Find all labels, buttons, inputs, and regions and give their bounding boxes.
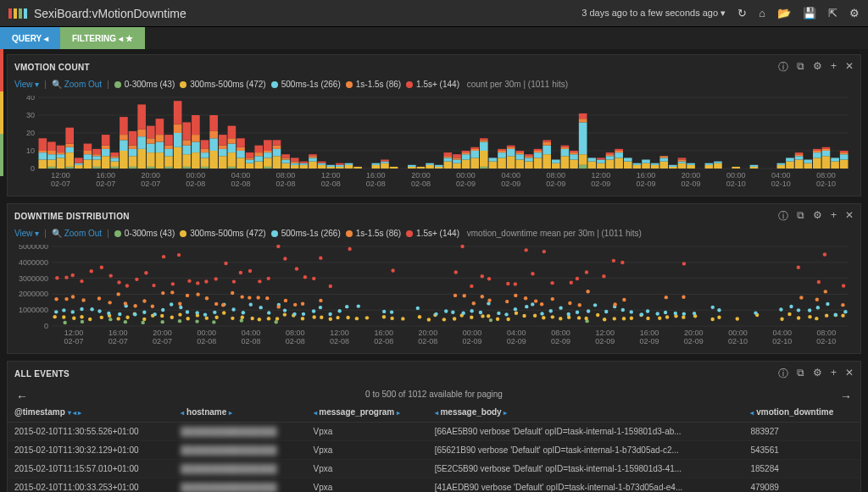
gear-icon[interactable]: ⚙ xyxy=(813,209,822,224)
table-row[interactable]: 2015-02-10T11:30:55.526+01:00 ██████████… xyxy=(8,423,860,441)
export-icon[interactable]: ⇱ xyxy=(828,7,837,19)
table-row[interactable]: 2015-02-10T11:15:57.010+01:00 ██████████… xyxy=(8,460,860,478)
svg-rect-90 xyxy=(201,158,209,167)
svg-rect-94 xyxy=(209,151,218,169)
svg-point-472 xyxy=(319,256,322,259)
svg-point-400 xyxy=(171,282,175,285)
svg-point-544 xyxy=(559,317,562,320)
legend-item[interactable]: 300ms-500ms (472) xyxy=(180,229,265,238)
time-range-picker[interactable]: 3 days ago to a few seconds ago ▾ xyxy=(581,8,726,19)
svg-text:08:00: 08:00 xyxy=(276,171,296,180)
svg-text:20:00: 20:00 xyxy=(682,171,701,180)
legend-item[interactable]: 1.5s+ (144) xyxy=(406,80,459,89)
folder-open-icon[interactable]: 📂 xyxy=(777,7,791,19)
page-prev-icon[interactable]: ← xyxy=(16,390,28,403)
legend-item[interactable]: 1s-1.5s (86) xyxy=(346,229,401,238)
svg-point-538 xyxy=(540,302,543,306)
close-icon[interactable]: ✕ xyxy=(845,60,854,75)
svg-rect-131 xyxy=(281,154,290,158)
copy-icon[interactable]: ⧉ xyxy=(797,60,804,75)
svg-rect-255 xyxy=(678,163,687,169)
page-next-icon[interactable]: → xyxy=(840,390,852,403)
svg-rect-138 xyxy=(300,162,309,163)
vmotion-count-chart[interactable]: 01020304012:0002-0716:0002-0720:0002-070… xyxy=(14,96,854,189)
svg-point-424 xyxy=(222,311,225,314)
svg-point-581 xyxy=(664,311,667,314)
svg-point-389 xyxy=(153,312,156,316)
svg-rect-161 xyxy=(408,165,416,167)
legend-item[interactable]: 300ms-500ms (472) xyxy=(180,80,265,89)
svg-rect-288 xyxy=(840,160,849,169)
svg-text:20:00: 20:00 xyxy=(153,329,172,337)
table-row[interactable]: 2015-02-10T11:00:33.253+01:00 ██████████… xyxy=(8,478,860,493)
svg-point-465 xyxy=(303,275,307,279)
svg-point-377 xyxy=(124,301,127,305)
legend-item[interactable]: 500ms-1s (266) xyxy=(271,80,341,89)
plus-icon[interactable]: + xyxy=(831,367,837,381)
view-link[interactable]: View ▾ xyxy=(14,80,39,89)
table-row[interactable]: 2015-02-10T11:30:32.129+01:00 ██████████… xyxy=(8,441,860,460)
zoom-out-link[interactable]: 🔍 Zoom Out xyxy=(52,80,102,89)
home-icon[interactable]: ⌂ xyxy=(759,7,765,19)
svg-rect-35 xyxy=(92,167,101,169)
svg-point-415 xyxy=(205,316,209,319)
copy-icon[interactable]: ⧉ xyxy=(797,209,804,224)
svg-text:02-08: 02-08 xyxy=(241,337,260,346)
svg-text:04:00: 04:00 xyxy=(771,171,791,180)
svg-rect-276 xyxy=(804,163,812,169)
legend-item[interactable]: 500ms-1s (266) xyxy=(271,229,341,238)
svg-point-534 xyxy=(534,299,537,302)
legend-item[interactable]: 1.5s+ (144) xyxy=(406,229,459,238)
info-icon[interactable]: ⓘ xyxy=(778,60,788,75)
svg-point-613 xyxy=(826,302,829,306)
col-program[interactable]: ◂ message_program ▸ xyxy=(307,402,428,423)
info-icon[interactable]: ⓘ xyxy=(778,367,788,381)
copy-icon[interactable]: ⧉ xyxy=(797,367,804,381)
save-icon[interactable]: 💾 xyxy=(803,7,816,19)
legend-item[interactable]: 0-300ms (43) xyxy=(114,229,175,238)
svg-text:20:00: 20:00 xyxy=(142,171,161,180)
plus-icon[interactable]: + xyxy=(831,209,837,224)
svg-point-441 xyxy=(258,318,261,321)
svg-rect-251 xyxy=(659,158,668,161)
gear-icon[interactable]: ⚙ xyxy=(849,7,860,19)
tab-filtering[interactable]: FILTERING ◂ ★ xyxy=(60,27,145,49)
gear-icon[interactable]: ⚙ xyxy=(813,367,822,381)
svg-point-466 xyxy=(312,315,315,318)
svg-rect-158 xyxy=(381,160,389,162)
svg-text:02-08: 02-08 xyxy=(197,337,216,346)
svg-rect-253 xyxy=(669,167,677,169)
svg-text:20:00: 20:00 xyxy=(684,329,704,337)
svg-point-590 xyxy=(693,312,696,315)
col-hostname[interactable]: ◂ hostname ▸ xyxy=(174,402,306,423)
col-timestamp[interactable]: @timestamp ▾ ◂ ▸ xyxy=(8,402,174,423)
svg-rect-257 xyxy=(678,160,687,162)
svg-point-437 xyxy=(250,317,253,320)
svg-point-358 xyxy=(88,318,92,321)
svg-rect-19 xyxy=(57,158,65,169)
col-body[interactable]: ◂ message_body ▸ xyxy=(428,402,744,423)
svg-point-576 xyxy=(646,317,649,320)
svg-rect-48 xyxy=(110,152,119,156)
info-icon[interactable]: ⓘ xyxy=(778,209,788,224)
gear-icon[interactable]: ⚙ xyxy=(813,60,822,75)
svg-rect-272 xyxy=(795,160,804,169)
view-link[interactable]: View ▾ xyxy=(14,229,39,238)
zoom-out-link[interactable]: 🔍 Zoom Out xyxy=(52,229,102,238)
legend-item[interactable]: 0-300ms (43) xyxy=(114,80,175,89)
svg-point-523 xyxy=(506,282,509,285)
refresh-icon[interactable]: ↻ xyxy=(737,7,747,19)
svg-point-375 xyxy=(125,315,129,318)
svg-point-378 xyxy=(125,284,129,287)
legend-item[interactable]: 1s-1.5s (86) xyxy=(346,80,401,89)
col-downtime[interactable]: ◂ vmotion_downtime xyxy=(743,402,860,423)
close-icon[interactable]: ✕ xyxy=(845,367,854,381)
svg-text:02-10: 02-10 xyxy=(816,180,836,188)
tab-query[interactable]: QUERY ◂ xyxy=(0,27,60,49)
close-icon[interactable]: ✕ xyxy=(845,209,854,224)
plus-icon[interactable]: + xyxy=(831,60,837,75)
svg-text:16:00: 16:00 xyxy=(96,171,115,180)
svg-point-502 xyxy=(461,311,465,314)
svg-rect-203 xyxy=(525,158,533,161)
downtime-dist-chart[interactable]: 01000000200000030000004000000500000012:0… xyxy=(14,245,854,346)
